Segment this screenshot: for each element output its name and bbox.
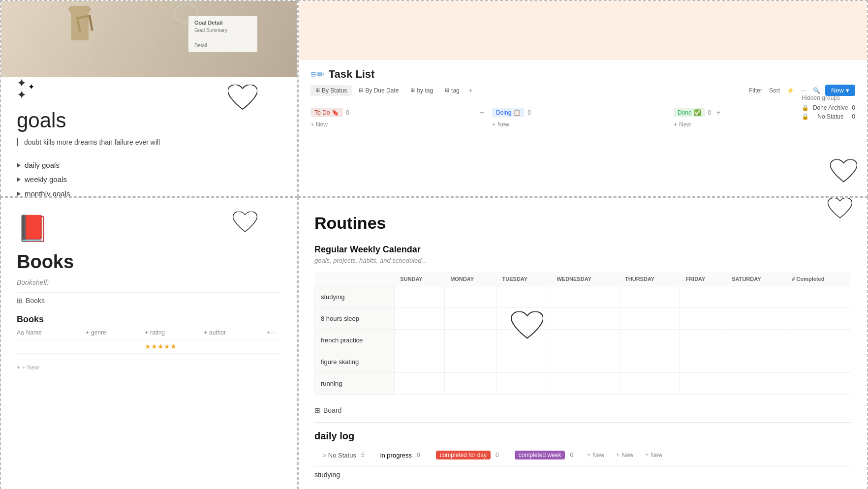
more-button[interactable]: ···	[799, 86, 808, 95]
monday-header: MONDAY	[444, 272, 496, 286]
sat-running[interactable]	[726, 373, 786, 395]
circle-icon: ○	[322, 452, 326, 459]
add-new-doing[interactable]: + New	[492, 121, 666, 128]
add-new-no-status[interactable]: + New	[581, 449, 610, 461]
sat-studying[interactable]	[726, 286, 786, 308]
mon-skating[interactable]	[444, 351, 496, 373]
wed-running[interactable]	[551, 373, 619, 395]
sun-french[interactable]	[394, 330, 444, 351]
task-panel: ≡✏ Task List ⊞ By Status ⊞ By Due Date ⊞…	[298, 0, 868, 197]
table-row: figure skating	[315, 351, 851, 373]
add-new-completed-day[interactable]: + New	[639, 449, 668, 461]
tue-skating[interactable]	[496, 351, 551, 373]
daily-log-title: daily log	[314, 430, 851, 442]
col-header-doing: Doing 📋 0	[492, 108, 666, 117]
sun-skating[interactable]	[394, 351, 444, 373]
section-divider	[314, 422, 851, 423]
table-row: studying	[315, 286, 851, 308]
task-col-doing: Doing 📋 0 + New	[492, 108, 674, 128]
activity-sleep: 8 hours sleep	[315, 308, 395, 330]
wed-skating[interactable]	[551, 351, 619, 373]
goals-list-item[interactable]: weekly goals	[17, 172, 281, 186]
mon-running[interactable]	[444, 373, 496, 395]
activity-studying: studying	[315, 286, 395, 308]
add-col-button[interactable]: +	[267, 329, 271, 336]
board-link[interactable]: ⊞ Board	[314, 406, 851, 414]
add-new-done[interactable]: + New	[674, 121, 847, 128]
fri-french[interactable]	[680, 330, 726, 351]
goals-quote: doubt kills more dreams than failure eve…	[17, 138, 281, 146]
book-rating-cell[interactable]: ★★★★★	[145, 342, 204, 350]
mon-studying[interactable]	[444, 286, 496, 308]
tue-studying[interactable]	[496, 286, 551, 308]
add-new-in-progress[interactable]: + New	[610, 449, 639, 461]
friday-header: FRIDAY	[680, 272, 726, 286]
add-new-todo[interactable]: + New	[310, 121, 484, 128]
goals-list-item[interactable]: monthly goals	[17, 186, 281, 197]
table-icon: ⊞	[314, 406, 320, 414]
heart-icon	[228, 85, 257, 112]
col-rating-header: + rating	[145, 329, 204, 336]
thu-running[interactable]	[619, 373, 680, 395]
in-progress-label: in progress	[380, 452, 412, 459]
books-db-link[interactable]: ⊞ Books	[17, 297, 281, 305]
lightning-button[interactable]: ⚡	[785, 86, 796, 95]
fri-running[interactable]	[680, 373, 726, 395]
fri-studying[interactable]	[680, 286, 726, 308]
plus-icon: +	[674, 121, 677, 128]
sat-french[interactable]	[726, 330, 786, 351]
add-new-label: New	[316, 121, 328, 128]
tue-running[interactable]	[496, 373, 551, 395]
sun-studying[interactable]	[394, 286, 444, 308]
sat-sleep[interactable]	[726, 308, 786, 330]
studying-label: studying	[314, 471, 340, 479]
rating-stars: ★★★★★	[145, 342, 177, 350]
goals-list: daily goals weekly goals monthly goals	[17, 158, 281, 197]
weekly-calendar-title: Regular Weekly Calendar	[314, 244, 851, 255]
goals-list-item[interactable]: daily goals	[17, 158, 281, 172]
thursday-header: THURSDAY	[619, 272, 680, 286]
filter-button[interactable]: Filter	[747, 86, 764, 95]
new-label: New	[592, 452, 604, 458]
sat-skating[interactable]	[726, 351, 786, 373]
mon-french[interactable]	[444, 330, 496, 351]
cup-shape	[174, 3, 198, 23]
search-button[interactable]: 🔍	[811, 86, 822, 95]
add-tab-button[interactable]: +	[466, 87, 474, 94]
tab-by-due-date[interactable]: ⊞ By Due Date	[354, 85, 403, 96]
wed-studying[interactable]	[551, 286, 619, 308]
thu-sleep[interactable]	[619, 308, 680, 330]
add-new-book[interactable]: + + New	[17, 364, 281, 371]
new-label: New	[651, 452, 662, 458]
card-subtitle: Goal Summary	[194, 28, 251, 33]
thu-studying[interactable]	[619, 286, 680, 308]
hidden-groups-panel: Hidden groups 🔒 Done Archive 0 🔒 No Stat…	[802, 94, 855, 121]
status-completed-week: completed week 0	[507, 448, 581, 462]
comp-studying	[786, 286, 851, 308]
sort-button[interactable]: Sort	[767, 86, 782, 95]
mon-sleep[interactable]	[444, 308, 496, 330]
fri-skating[interactable]	[680, 351, 726, 373]
sun-running[interactable]	[394, 373, 444, 395]
board-label: Board	[323, 406, 341, 414]
more-cols-button[interactable]: ···	[271, 329, 276, 336]
doing-badge: Doing 📋	[492, 108, 525, 117]
sun-sleep[interactable]	[394, 308, 444, 330]
tab-by-tag[interactable]: ⊞ by tag	[405, 85, 438, 96]
wed-french[interactable]	[551, 330, 619, 351]
task-list-header: ≡✏ Task List	[299, 60, 867, 85]
todo-count: 0	[346, 109, 349, 116]
plus-icon: +	[616, 452, 620, 458]
tab-tag-label: tag	[451, 87, 460, 94]
wed-sleep[interactable]	[551, 308, 619, 330]
fri-sleep[interactable]	[680, 308, 726, 330]
tab-by-status[interactable]: ⊞ By Status	[310, 85, 352, 96]
thu-skating[interactable]	[619, 351, 680, 373]
col-header-todo: To Do 🔖 0 +	[310, 108, 484, 117]
add-todo-button[interactable]: +	[480, 108, 484, 117]
add-done-button[interactable]: +	[716, 108, 720, 117]
grid-icon: ⊞	[359, 87, 363, 93]
daily-log-item-studying[interactable]: studying	[314, 466, 851, 483]
tab-tag[interactable]: ⊞ tag	[440, 85, 465, 96]
thu-french[interactable]	[619, 330, 680, 351]
